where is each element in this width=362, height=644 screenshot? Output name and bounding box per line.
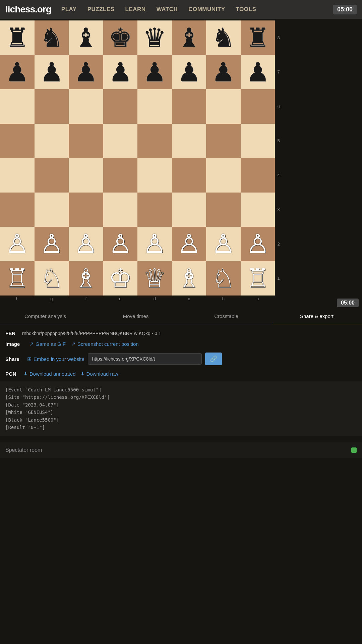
fen-value[interactable]: rnbqkbnr/pppppppp/8/8/8/8/PPPPPPPP/RNBQK… xyxy=(22,331,161,336)
copy-link-button[interactable]: 🔗 xyxy=(205,353,222,365)
square[interactable]: ♙ xyxy=(172,227,206,261)
tab-share-export[interactable]: Share & export xyxy=(272,309,362,324)
square[interactable]: ♙ xyxy=(241,227,275,261)
square[interactable] xyxy=(103,89,138,124)
screenshot-button[interactable]: ↗ Screenshot current position xyxy=(71,341,139,347)
square[interactable] xyxy=(137,89,172,124)
square[interactable]: ♟ xyxy=(206,55,241,90)
square[interactable] xyxy=(0,124,35,158)
square[interactable] xyxy=(0,89,35,124)
square[interactable]: ♞ xyxy=(206,20,241,55)
square[interactable]: ♞ xyxy=(35,20,69,55)
square[interactable] xyxy=(103,158,138,193)
square[interactable] xyxy=(137,193,172,227)
tab-bar: Computer analysis Move times Crosstable … xyxy=(0,309,362,324)
square[interactable]: ♟ xyxy=(172,55,206,90)
square[interactable]: ♚ xyxy=(103,20,138,55)
square[interactable] xyxy=(172,89,206,124)
tab-move-times[interactable]: Move times xyxy=(90,309,181,324)
square[interactable]: ♘ xyxy=(35,261,69,296)
square[interactable]: ♛ xyxy=(137,20,172,55)
screenshot-icon: ↗ xyxy=(71,341,75,347)
square[interactable] xyxy=(35,193,69,227)
square[interactable]: ♕ xyxy=(137,261,172,296)
square[interactable] xyxy=(35,158,69,193)
square[interactable] xyxy=(206,193,241,227)
square[interactable] xyxy=(69,124,103,158)
square[interactable] xyxy=(172,124,206,158)
square[interactable]: ♙ xyxy=(0,227,35,261)
game-as-gif-button[interactable]: ↗ Game as GIF xyxy=(29,341,66,347)
square[interactable] xyxy=(103,193,138,227)
square[interactable] xyxy=(137,124,172,158)
file-a: a xyxy=(241,296,275,302)
square[interactable] xyxy=(241,89,275,124)
spectator-room: Spectator room xyxy=(0,442,362,458)
square[interactable]: ♟ xyxy=(103,55,138,90)
square[interactable] xyxy=(35,89,69,124)
square[interactable] xyxy=(35,124,69,158)
square[interactable]: ♜ xyxy=(0,20,35,55)
file-f: f xyxy=(69,296,103,302)
square[interactable]: ♝ xyxy=(172,20,206,55)
square[interactable] xyxy=(0,193,35,227)
embed-button[interactable]: ⊞ Embed in your website xyxy=(27,356,84,362)
site-logo[interactable]: lichess.org xyxy=(5,4,51,15)
download-raw-button[interactable]: ⬇ Download raw xyxy=(80,371,118,377)
pgn-text-area[interactable]: [Event "Coach LM Lance5500 simul"] [Site… xyxy=(0,381,362,436)
square[interactable] xyxy=(69,193,103,227)
nav-tools[interactable]: TOOLS xyxy=(234,5,258,14)
nav-learn[interactable]: LEARN xyxy=(123,5,148,14)
square[interactable] xyxy=(241,158,275,193)
main-nav: PLAY PUZZLES LEARN WATCH COMMUNITY TOOLS xyxy=(59,5,325,14)
square[interactable]: ♘ xyxy=(206,261,241,296)
download-annotated-button[interactable]: ⬇ Download annotated xyxy=(23,371,76,377)
square[interactable] xyxy=(206,89,241,124)
square[interactable]: ♝ xyxy=(69,20,103,55)
square[interactable]: ♙ xyxy=(137,227,172,261)
nav-community[interactable]: COMMUNITY xyxy=(186,5,227,14)
square[interactable] xyxy=(0,158,35,193)
copy-link-icon: 🔗 xyxy=(210,356,217,362)
rank-3: 3 xyxy=(275,193,282,227)
rank-labels: 8 7 6 5 4 3 2 1 xyxy=(275,20,282,296)
nav-puzzles[interactable]: PUZZLES xyxy=(85,5,117,14)
square[interactable]: ♖ xyxy=(241,261,275,296)
nav-play[interactable]: PLAY xyxy=(59,5,79,14)
chess-board[interactable]: ♜♞♝♚♛♝♞♜♟♟♟♟♟♟♟♟♙♙♙♙♙♙♙♙♖♘♗♔♕♗♘♖ xyxy=(0,20,275,296)
square[interactable] xyxy=(69,158,103,193)
square[interactable]: ♖ xyxy=(0,261,35,296)
board-timer-bottom: 05:00 xyxy=(337,299,359,307)
square[interactable] xyxy=(172,158,206,193)
square[interactable]: ♟ xyxy=(241,55,275,90)
square[interactable]: ♜ xyxy=(241,20,275,55)
square[interactable] xyxy=(172,193,206,227)
square[interactable] xyxy=(103,124,138,158)
spectator-label: Spectator room xyxy=(5,447,42,453)
square[interactable]: ♟ xyxy=(35,55,69,90)
tab-computer-analysis[interactable]: Computer analysis xyxy=(0,309,90,324)
embed-icon: ⊞ xyxy=(27,356,32,362)
board-wrapper: ♜♞♝♚♛♝♞♜♟♟♟♟♟♟♟♟♙♙♙♙♙♙♙♙♖♘♗♔♕♗♘♖ h g f e… xyxy=(0,19,275,297)
square[interactable]: ♗ xyxy=(69,261,103,296)
square[interactable]: ♙ xyxy=(206,227,241,261)
download-raw-label: Download raw xyxy=(86,371,118,377)
square[interactable]: ♟ xyxy=(0,55,35,90)
square[interactable]: ♙ xyxy=(35,227,69,261)
square[interactable] xyxy=(206,158,241,193)
square[interactable]: ♙ xyxy=(103,227,138,261)
square[interactable] xyxy=(241,193,275,227)
square[interactable]: ♗ xyxy=(172,261,206,296)
square[interactable] xyxy=(69,89,103,124)
share-url-input[interactable] xyxy=(88,353,202,365)
square[interactable] xyxy=(137,158,172,193)
square[interactable]: ♙ xyxy=(69,227,103,261)
square[interactable]: ♔ xyxy=(103,261,138,296)
square[interactable] xyxy=(241,124,275,158)
square[interactable]: ♟ xyxy=(137,55,172,90)
nav-watch[interactable]: WATCH xyxy=(155,5,180,14)
square[interactable]: ♟ xyxy=(69,55,103,90)
tab-crosstable[interactable]: Crosstable xyxy=(181,309,272,324)
square[interactable] xyxy=(206,124,241,158)
download-annotated-label: Download annotated xyxy=(29,371,76,377)
